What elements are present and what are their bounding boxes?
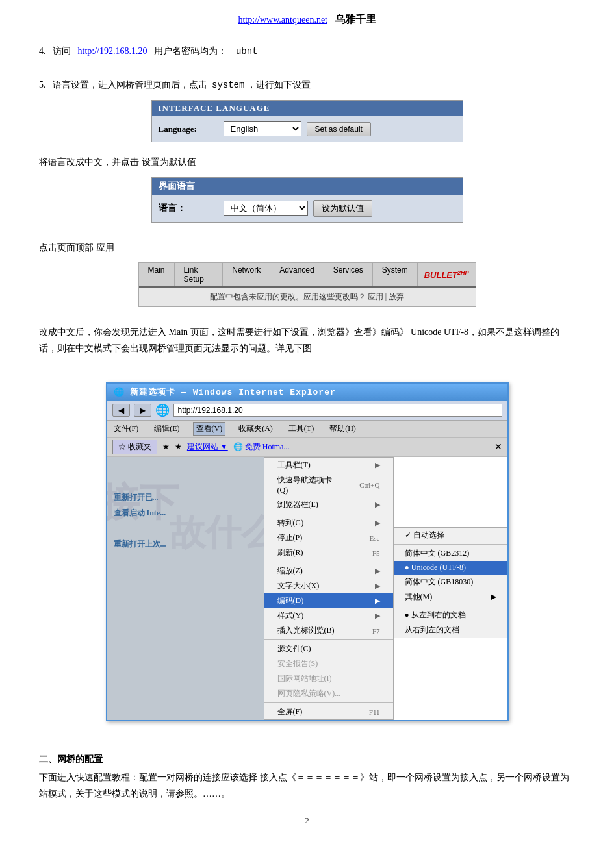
ie-toolbar: ◀ ▶ 🌐 bbox=[107, 401, 507, 421]
submenu-utf8[interactable]: ● Unicode (UTF-8) bbox=[394, 561, 507, 575]
step4-link[interactable]: http://192.168.1.20 bbox=[78, 46, 147, 56]
cn-set-default-button[interactable]: 设为默认值 bbox=[313, 200, 372, 217]
step5-section: 5. 语言设置，进入网桥管理页面后，点击 system ，进行如下设置 INTE… bbox=[39, 77, 575, 142]
star-icon: ★ bbox=[162, 442, 170, 452]
step5-keyword: system bbox=[212, 80, 244, 90]
ie-close-x[interactable]: ✕ bbox=[494, 441, 502, 453]
menu-intl-address: 国际网站地址(I) bbox=[264, 671, 393, 686]
interface-lang-panel: INTERFACE LANGUAGE Language: English Set… bbox=[151, 100, 463, 142]
sep2 bbox=[264, 562, 393, 562]
menu-toolbar[interactable]: 工具栏(T)▶ bbox=[264, 458, 393, 473]
menu-help[interactable]: 帮助(H) bbox=[327, 422, 359, 436]
cn-lang-panel: 界面语言 语言： 中文（简体） 设为默认值 bbox=[151, 177, 463, 223]
ie-left-content: 接下 故什么 重新打开已... 查看启动 Inte... 重新打开上次... bbox=[107, 457, 264, 720]
menu-edit[interactable]: 编辑(E) bbox=[151, 422, 182, 436]
nav-content: 配置中包含未应用的更改。应用这些更改吗？ 应用 | 放弃 bbox=[139, 288, 476, 306]
bottom-title: 二、网桥的配置 bbox=[39, 754, 575, 765]
submenu-rtl[interactable]: 从右到左的文档 bbox=[394, 623, 507, 638]
suggest-link[interactable]: 建议网站 ▼ bbox=[187, 441, 228, 453]
tab-services[interactable]: Services bbox=[324, 263, 373, 286]
lang-select[interactable]: English bbox=[224, 121, 301, 136]
lang-label: Language: bbox=[159, 124, 224, 134]
tab-main[interactable]: Main bbox=[139, 263, 175, 286]
view-startup-link[interactable]: 查看启动 Inte... bbox=[114, 505, 257, 521]
submenu-auto[interactable]: ✓ 自动选择 bbox=[394, 528, 507, 543]
submenu-other[interactable]: 其他(M)▶ bbox=[394, 589, 507, 604]
ie-logo: 🌐 免费 Hotma... bbox=[233, 441, 290, 453]
encoding-submenu: ✓ 自动选择 简体中文 (GB2312) ● Unicode (UTF-8) 简… bbox=[394, 527, 507, 638]
tab-system[interactable]: System bbox=[373, 263, 418, 286]
reopen-closed-link[interactable]: 重新打开已... bbox=[114, 490, 257, 505]
ie-back-button[interactable]: ◀ bbox=[112, 404, 130, 417]
menu-encoding[interactable]: 编码(D)▶ bbox=[264, 593, 393, 608]
menu-fullscreen[interactable]: 全屏(F)F11 bbox=[264, 704, 393, 719]
menu-explorer-bar[interactable]: 浏览器栏(E)▶ bbox=[264, 497, 393, 512]
ie-menubar: 文件(F) 编辑(E) 查看(V) 收藏夹(A) 工具(T) 帮助(H) bbox=[107, 421, 507, 438]
menu-zoom[interactable]: 缩放(Z)▶ bbox=[264, 564, 393, 578]
menu-style[interactable]: 样式(Y)▶ bbox=[264, 608, 393, 623]
menu-favorites[interactable]: 收藏夹(A) bbox=[236, 422, 275, 436]
bottom-section: 二、网桥的配置 下面进入快速配置教程：配置一对网桥的连接应该选择 接入点《＝＝＝… bbox=[39, 754, 575, 802]
submenu-sep2 bbox=[394, 606, 507, 606]
page-header: http://www.antqueen.net 乌雅千里 bbox=[39, 13, 575, 31]
menu-goto[interactable]: 转到(G)▶ bbox=[264, 515, 393, 530]
submenu-gb18030[interactable]: 简体中文 (GB18030) bbox=[394, 575, 507, 589]
interface-lang-header: INTERFACE LANGUAGE bbox=[152, 101, 463, 116]
tab-network[interactable]: Network bbox=[223, 263, 270, 286]
menu-view[interactable]: 查看(V) bbox=[193, 422, 226, 436]
ie-left-text: 重新打开已... 查看启动 Inte... 重新打开上次... bbox=[114, 490, 257, 552]
submenu-sep1 bbox=[394, 544, 507, 545]
nav-brand: BULLET2HP bbox=[418, 263, 476, 286]
menu-source[interactable]: 源文件(C) bbox=[264, 641, 393, 656]
menu-refresh[interactable]: 刷新(R)F5 bbox=[264, 545, 393, 560]
ie-titlebar: 🌐 新建选项卡 — Windows Internet Explorer bbox=[107, 384, 507, 401]
cn-lang-row: 语言： 中文（简体） 设为默认值 bbox=[152, 195, 463, 222]
favorites-button[interactable]: ☆ 收藏夹 bbox=[112, 440, 157, 454]
menu-file[interactable]: 文件(F) bbox=[111, 422, 142, 436]
step4-text: 访问 bbox=[53, 46, 71, 56]
cn-lang-note: 将语言改成中文，并点击 设置为默认值 bbox=[39, 154, 575, 170]
step4-section: 4. 访问 http://192.168.1.20 用户名密码均为： ubnt bbox=[39, 43, 575, 60]
menu-caret-browsing[interactable]: 插入光标浏览(B)F7 bbox=[264, 623, 393, 638]
menu-text-size[interactable]: 文字大小(X)▶ bbox=[264, 578, 393, 593]
menu-quick-tabs[interactable]: 快速导航选项卡(Q)Ctrl+Q bbox=[264, 473, 393, 497]
step5-text: 5. 语言设置，进入网桥管理页面后，点击 system ，进行如下设置 bbox=[39, 77, 575, 93]
sep1 bbox=[264, 514, 393, 514]
page-number: - 2 - bbox=[39, 815, 575, 826]
ie-forward-button[interactable]: ▶ bbox=[134, 404, 151, 417]
menu-tools[interactable]: 工具(T) bbox=[286, 422, 316, 436]
step4-suffix: 用户名密码均为： bbox=[154, 46, 227, 56]
ie-icon: 🌐 bbox=[114, 388, 131, 397]
sep3 bbox=[264, 639, 393, 640]
header-title: 乌雅千里 bbox=[335, 14, 376, 25]
context-menu: 工具栏(T)▶ 快速导航选项卡(Q)Ctrl+Q 浏览器栏(E)▶ 转到(G)▶… bbox=[264, 457, 394, 720]
step4-value: ubnt bbox=[236, 46, 258, 56]
tab-advanced[interactable]: Advanced bbox=[270, 263, 324, 286]
interface-lang-row: Language: English Set as default bbox=[152, 116, 463, 142]
ie-address-input[interactable] bbox=[173, 404, 502, 417]
set-default-button[interactable]: Set as default bbox=[307, 122, 371, 136]
submenu-ltr[interactable]: ● 从左到右的文档 bbox=[394, 608, 507, 623]
submenu-gb2312[interactable]: 简体中文 (GB2312) bbox=[394, 546, 507, 561]
cn-lang-select[interactable]: 中文（简体） bbox=[224, 201, 308, 216]
ie-toolbar2: ☆ 收藏夹 ★ ★ 建议网站 ▼ 🌐 免费 Hotma... ✕ bbox=[107, 438, 507, 457]
ie-window: 🌐 新建选项卡 — Windows Internet Explorer ◀ ▶ … bbox=[106, 382, 509, 721]
bottom-text: 下面进入快速配置教程：配置一对网桥的连接应该选择 接入点《＝＝＝＝＝＝＝》站，即… bbox=[39, 769, 575, 802]
apply-note: 点击页面顶部 应用 bbox=[39, 240, 575, 256]
header-link[interactable]: http://www.antqueen.net bbox=[238, 15, 327, 25]
reopen-last-link[interactable]: 重新打开上次... bbox=[114, 536, 257, 552]
nav-panel: Main Link Setup Network Advanced Service… bbox=[138, 262, 476, 307]
suggestion-star: ★ bbox=[175, 442, 182, 452]
step4-num: 4. bbox=[39, 46, 51, 56]
menu-stop[interactable]: 停止(P)Esc bbox=[264, 530, 393, 545]
ie-e-icon: 🌐 bbox=[155, 403, 170, 417]
change-note: 改成中文后，你会发现无法进入 Main 页面，这时需要进行如下设置，浏览器》查看… bbox=[39, 324, 575, 356]
ie-title: 新建选项卡 — Windows Internet Explorer bbox=[130, 388, 335, 397]
ie-content-area: 接下 故什么 重新打开已... 查看启动 Inte... 重新打开上次... 工… bbox=[107, 457, 507, 720]
cn-lang-label: 语言： bbox=[159, 203, 224, 214]
menu-security-report: 安全报告(S) bbox=[264, 656, 393, 671]
tab-link-setup[interactable]: Link Setup bbox=[175, 263, 224, 286]
nav-tabs: Main Link Setup Network Advanced Service… bbox=[139, 263, 476, 288]
context-menus-area: 工具栏(T)▶ 快速导航选项卡(Q)Ctrl+Q 浏览器栏(E)▶ 转到(G)▶… bbox=[264, 457, 507, 720]
cn-lang-header: 界面语言 bbox=[152, 178, 463, 195]
